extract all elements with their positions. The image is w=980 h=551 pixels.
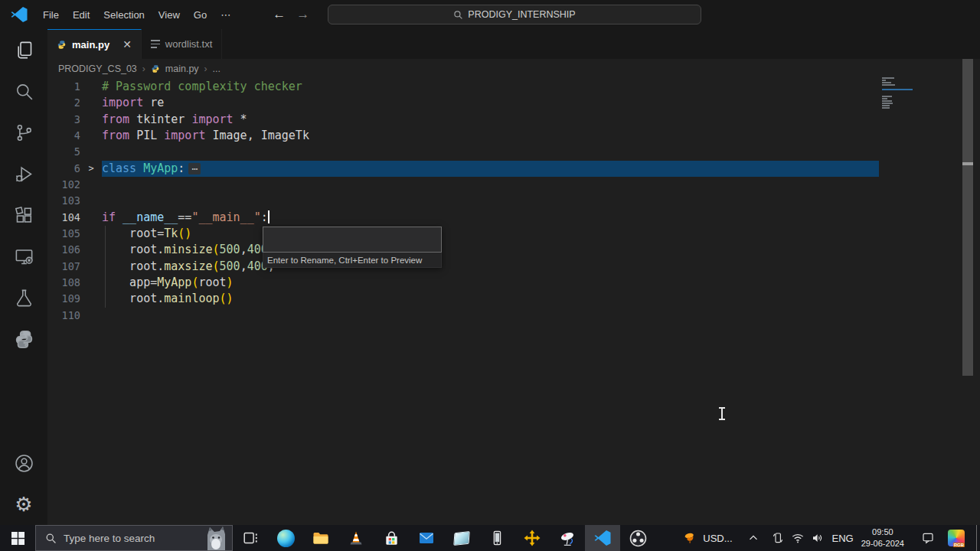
line-number: 3 [47,112,80,128]
minimap-line [882,80,886,81]
rename-input[interactable] [263,227,442,253]
breadcrumb-file[interactable]: main.py [165,64,199,74]
line-number: 2 [47,95,80,111]
settings-gear-icon[interactable]: ⚙ [0,484,47,525]
phone-link-icon[interactable] [768,525,788,551]
speaker-icon[interactable] [808,525,828,551]
chevron-up-icon[interactable] [739,525,768,551]
mail-icon[interactable] [409,525,444,551]
back-arrow-icon[interactable]: ← [273,7,286,22]
code-line: 109 root.mainloop() [47,291,890,307]
edge-icon[interactable] [268,525,303,551]
code-line: 103 [47,193,890,209]
search-icon[interactable] [0,70,47,112]
menu-go[interactable]: Go [187,6,214,24]
editor-scrollbar[interactable] [962,59,973,376]
fold-column [80,275,102,291]
vscode-icon[interactable] [585,525,620,551]
date: 29-06-2024 [861,538,904,549]
store-icon[interactable] [374,525,409,551]
minimap-line [882,96,892,97]
command-center-search[interactable]: PRODIGY_INTERNSHIP [328,5,701,24]
code-text: from PIL import Image, ImageTk [102,128,309,144]
language-indicator[interactable]: ENG [832,533,854,544]
scrollbar-cursor-mark [962,162,973,165]
python-icon [57,40,67,50]
phone-icon[interactable] [479,525,514,551]
code-text: # Password complexity checker [102,79,302,95]
wifi-icon[interactable] [788,525,808,551]
code-line: 108 app=MyApp(root) [47,275,890,291]
fold-column [80,242,102,258]
source-control-icon[interactable] [0,112,47,153]
minimap-line [882,84,895,86]
taskbar: Type here to search [0,525,980,551]
remote-explorer-icon[interactable] [0,236,47,277]
fold-column [80,95,102,111]
code-editor[interactable]: 1# Password complexity checker2import re… [47,79,890,324]
notification-icon[interactable] [915,525,941,551]
python-icon[interactable] [0,318,47,360]
menu-more-icon[interactable]: ⋯ [214,6,237,24]
code-line: 1# Password complexity checker [47,79,890,95]
line-number: 6 [47,161,80,177]
start-button[interactable] [0,525,35,551]
code-text: root.mainloop() [102,291,234,307]
search-icon [453,10,463,20]
breadcrumb: PRODIGY_CS_03 › main.py › ... [47,59,980,79]
tab-wordlist-txt[interactable]: wordlist.txt [142,29,222,59]
explorer-icon[interactable] [0,29,47,70]
menu-file[interactable]: File [36,6,66,24]
close-icon[interactable]: ✕ [122,38,132,51]
tab-main-py[interactable]: main.py ✕ [47,29,142,59]
line-number: 103 [47,193,80,209]
share-arrows-icon[interactable] [514,525,550,551]
run-debug-icon[interactable] [0,153,47,194]
testing-icon[interactable] [0,277,47,318]
file-explorer-icon[interactable] [303,525,338,551]
vlc-icon[interactable] [338,525,374,551]
indent-guide [105,226,106,308]
currency-icon[interactable] [677,525,703,551]
search-icon [45,533,57,544]
extensions-icon[interactable] [0,194,47,236]
code-line: 4from PIL import Image, ImageTk [47,128,890,144]
code-line: 105 root=Tk() [47,226,890,242]
line-number: 106 [47,242,80,258]
satellite-icon[interactable] [550,525,585,551]
code-text: from tkinter import * [102,112,247,128]
clock[interactable]: 09:50 29-06-2024 [861,527,904,549]
cat-avatar [200,524,229,550]
code-line: 5 [47,144,890,160]
breadcrumb-folder[interactable]: PRODIGY_CS_03 [58,64,137,74]
rgb-app-icon[interactable]: RGB [941,525,972,551]
fold-chevron-icon[interactable]: > [80,161,102,177]
rename-widget: Enter to Rename, Ctrl+Enter to Preview [263,227,442,268]
fold-column [80,79,102,95]
text-cursor-pointer [717,406,727,421]
taskbar-search[interactable]: Type here to search [35,525,233,551]
menu-selection[interactable]: Selection [96,6,151,24]
minimap-line [882,107,890,109]
fold-column [80,291,102,307]
code-line: 3from tkinter import * [47,112,890,128]
line-number: 1 [47,79,80,95]
minimap-line [882,82,891,83]
glass-note-icon[interactable] [444,525,479,551]
menu-edit[interactable]: Edit [66,6,96,24]
breadcrumb-symbol[interactable]: ... [213,64,220,74]
python-icon [151,64,160,73]
line-number: 5 [47,144,80,160]
code-text: class MyApp:⋯ [102,161,879,177]
tab-bar: main.py ✕ wordlist.txt [47,29,980,59]
minimap[interactable] [882,77,913,112]
task-view-icon[interactable] [233,525,268,551]
code-text: import re [102,95,164,111]
currency-label[interactable]: USD... [703,533,732,544]
account-icon[interactable] [0,442,47,484]
obs-icon[interactable] [620,525,655,551]
show-desktop-button[interactable] [976,525,980,551]
activity-bar: ⚙ [0,29,47,525]
forward-arrow-icon[interactable]: → [296,7,309,22]
menu-view[interactable]: View [152,6,187,24]
